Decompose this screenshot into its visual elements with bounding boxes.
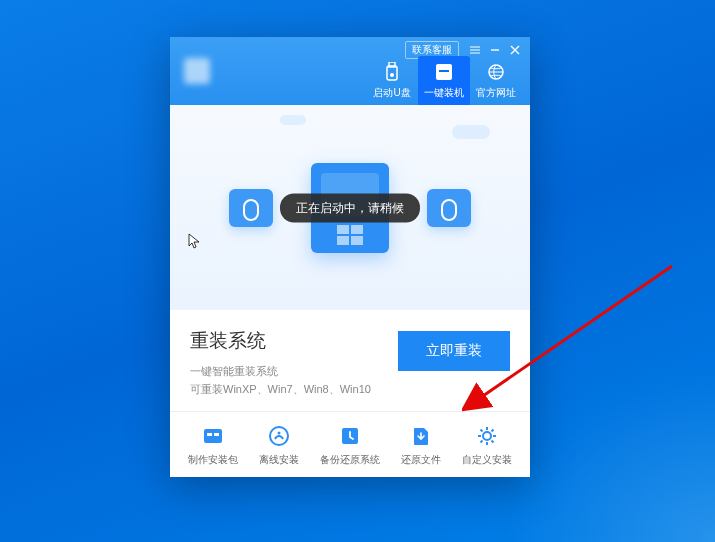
svg-point-12 [483,432,491,440]
device-icon [427,189,471,227]
nav-label: 制作安装包 [188,453,238,467]
svg-rect-1 [389,62,395,67]
nav-offline-install[interactable]: 离线安装 [259,424,299,467]
nav-restore-file[interactable]: 还原文件 [401,424,441,467]
header-nav: 启动U盘 一键装机 官方网址 [366,55,522,105]
page-title: 重装系统 [190,328,371,354]
svg-rect-4 [439,70,449,72]
svg-point-10 [278,432,281,435]
tab-label: 官方网址 [476,86,516,100]
nav-backup-restore[interactable]: 备份还原系统 [320,424,380,467]
install-icon [434,62,454,82]
app-window: 联系客服 启动U盘 [170,37,530,477]
reinstall-now-button[interactable]: 立即重装 [398,331,510,371]
restore-file-icon [409,424,433,448]
cursor-icon [188,233,200,252]
nav-make-package[interactable]: 制作安装包 [188,424,238,467]
package-icon [201,424,225,448]
windows-flag-icon [337,225,363,245]
main-content: 重装系统 一键智能重装系统 可重装WinXP、Win7、Win8、Win10 立… [170,310,530,407]
logo-text [216,62,243,80]
nav-custom-install[interactable]: 自定义安装 [462,424,512,467]
svg-point-2 [390,73,394,77]
logo-icon [184,58,210,84]
nav-label: 自定义安装 [462,453,512,467]
subtitle-2: 可重装WinXP、Win7、Win8、Win10 [190,382,371,397]
device-icon [229,189,273,227]
cloud-icon [452,125,490,139]
svg-rect-6 [204,429,222,443]
tab-official-site[interactable]: 官方网址 [470,56,522,105]
tab-label: 一键装机 [424,86,464,100]
tab-boot-usb[interactable]: 启动U盘 [366,56,418,105]
cloud-icon [280,115,306,125]
titlebar: 联系客服 启动U盘 [170,37,530,105]
nav-label: 备份还原系统 [320,453,380,467]
tab-label: 启动U盘 [373,86,410,100]
usb-icon [382,62,402,82]
loading-toast: 正在启动中，请稍候 [280,193,420,222]
app-logo [184,58,243,84]
content-text: 重装系统 一键智能重装系统 可重装WinXP、Win7、Win8、Win10 [190,328,371,397]
svg-rect-7 [207,433,212,436]
globe-icon [486,62,506,82]
subtitle-1: 一键智能重装系统 [190,364,371,379]
tab-one-click-install[interactable]: 一键装机 [418,56,470,105]
svg-rect-8 [214,433,219,436]
offline-icon [267,424,291,448]
bottom-nav: 制作安装包 离线安装 备份还原系统 还原文件 自定义安装 [170,411,530,477]
hero-illustration: 正在启动中，请稍候 [170,105,530,310]
backup-icon [338,424,362,448]
nav-label: 还原文件 [401,453,441,467]
nav-label: 离线安装 [259,453,299,467]
gear-icon [475,424,499,448]
